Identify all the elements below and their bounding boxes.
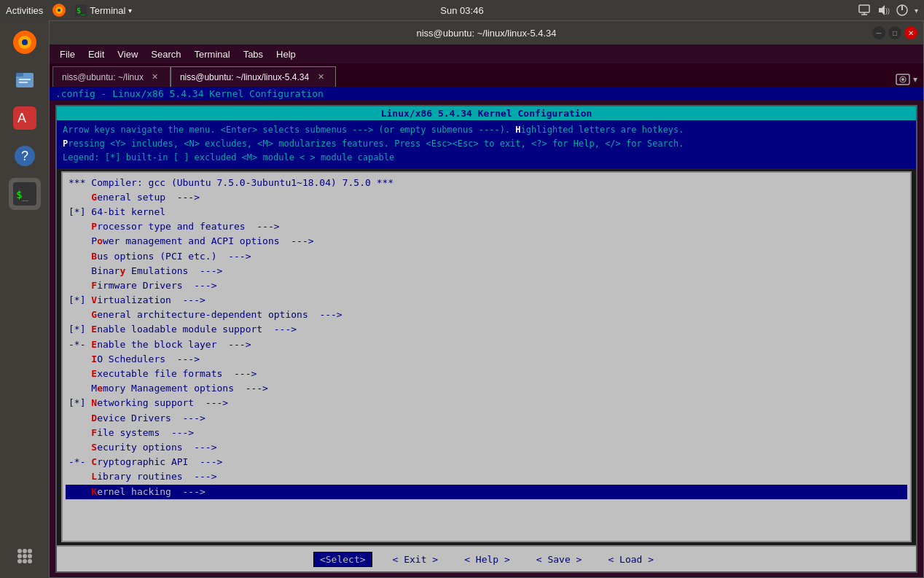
menu-item-11[interactable]: IO Schedulers ---> xyxy=(66,352,907,367)
activities-button[interactable]: Activities xyxy=(6,5,43,16)
svg-point-27 xyxy=(28,549,32,553)
menu-edit[interactable]: Edit xyxy=(82,47,110,61)
kernel-config-titleline: .config - Linux/x86 5.4.34 Kernel Config… xyxy=(50,87,923,101)
kernel-config-footer: <Select> < Exit > < Help > < Save > < Lo… xyxy=(57,545,916,571)
menu-item-3[interactable]: Power management and ACPI options ---> xyxy=(66,234,907,249)
sidebar-firefox[interactable] xyxy=(9,26,41,58)
menu-item-14[interactable]: [*] Networking support ---> xyxy=(66,396,907,410)
svg-point-32 xyxy=(23,559,27,563)
tray-icons: )) ▾ xyxy=(858,4,918,17)
menu-item-18[interactable]: -*- Cryptographic API ---> xyxy=(66,455,907,469)
exit-button[interactable]: < Exit > xyxy=(387,552,445,566)
maximize-button[interactable]: □ xyxy=(888,26,901,39)
sidebar-terminal[interactable]: $_ xyxy=(9,178,41,210)
header-line-3: Legend: [*] built-in [ ] excluded <M> mo… xyxy=(63,151,910,165)
menu-item-1[interactable]: [*] 64-bit kernel xyxy=(66,205,907,219)
svg-text:)): )) xyxy=(885,7,890,15)
system-bar-left: Activities $_ Terminal ▾ xyxy=(6,3,132,17)
menu-item-12[interactable]: Executable file formats ---> xyxy=(66,367,907,381)
tab-0[interactable]: niss@ubuntu: ~/linux ✕ xyxy=(52,66,171,87)
menu-item-2[interactable]: Processor type and features ---> xyxy=(66,219,907,234)
select-button[interactable]: <Select> xyxy=(313,552,372,567)
menu-item-13[interactable]: Memory Management options ---> xyxy=(66,381,907,396)
close-button[interactable]: ✕ xyxy=(904,26,917,39)
kernel-config-panel[interactable]: Linux/x86 5.4.34 Kernel Configuration Ar… xyxy=(55,105,917,573)
load-button[interactable]: < Load > xyxy=(602,552,659,566)
svg-text:A: A xyxy=(17,111,26,125)
window-controls: ─ □ ✕ xyxy=(872,26,917,39)
terminal-dropdown-icon[interactable]: ▾ xyxy=(128,7,132,15)
network-icon[interactable] xyxy=(858,4,871,17)
sidebar-appstore[interactable]: A xyxy=(9,102,41,134)
kernel-config-header: Arrow keys navigate the menu. <Enter> se… xyxy=(57,120,916,168)
menu-terminal[interactable]: Terminal xyxy=(189,47,236,61)
terminal-window: niss@ubuntu: ~/linux/linux-5.4.34 ─ □ ✕ … xyxy=(49,20,924,578)
svg-point-25 xyxy=(17,549,22,553)
system-bar-clock: Sun 03:46 xyxy=(440,5,483,16)
menu-bar: File Edit View Search Terminal Tabs Help xyxy=(50,44,923,63)
terminal-title-bar: niss@ubuntu: ~/linux/linux-5.4.34 ─ □ ✕ xyxy=(50,21,923,44)
tab-dropdown[interactable]: ▾ xyxy=(913,74,917,85)
menu-item-15[interactable]: Device Drivers ---> xyxy=(66,411,907,426)
header-line-2: Pressing <Y> includes, <N> excludes, <M>… xyxy=(63,137,910,151)
menu-item-19[interactable]: Library routines ---> xyxy=(66,469,907,484)
terminal-icon: $_ xyxy=(75,4,87,16)
svg-point-33 xyxy=(28,559,32,563)
menu-item-5[interactable]: Binary Emulations ---> xyxy=(66,264,907,278)
screenshot-icon[interactable] xyxy=(896,72,910,87)
svg-point-36 xyxy=(901,78,904,81)
firefox-icon[interactable] xyxy=(52,3,66,17)
menu-item-9[interactable]: [*] Enable loadable module support ---> xyxy=(66,322,907,337)
svg-rect-17 xyxy=(19,79,31,80)
power-icon[interactable] xyxy=(896,4,909,17)
menu-item-20[interactable]: Kernel hacking ---> xyxy=(66,485,907,499)
system-bar-right: )) ▾ xyxy=(858,4,918,17)
menu-view[interactable]: View xyxy=(111,47,144,61)
sidebar-help[interactable]: ? xyxy=(9,140,41,172)
menu-item-10[interactable]: -*- Enable the block layer ---> xyxy=(66,337,907,352)
kernel-config-menu[interactable]: *** Compiler: gcc (Ubuntu 7.5.0-3ubuntu1… xyxy=(61,171,912,542)
sidebar-files[interactable] xyxy=(9,64,41,96)
svg-text:$_: $_ xyxy=(77,7,86,15)
help-button[interactable]: < Help > xyxy=(458,552,516,566)
menu-item-0[interactable]: General setup ---> xyxy=(66,190,907,205)
svg-marker-8 xyxy=(879,5,885,15)
menu-item-4[interactable]: Bus options (PCI etc.) ---> xyxy=(66,249,907,264)
menu-file[interactable]: File xyxy=(54,47,81,61)
svg-point-2 xyxy=(58,9,60,12)
volume-icon[interactable]: )) xyxy=(877,4,890,17)
tab-0-label: niss@ubuntu: ~/linux xyxy=(62,72,144,82)
menu-item-16[interactable]: File systems ---> xyxy=(66,426,907,440)
svg-point-28 xyxy=(17,554,22,558)
sidebar: A ? $_ xyxy=(0,20,49,578)
system-menu-dropdown[interactable]: ▾ xyxy=(915,7,918,15)
menu-item-8[interactable]: General architecture-dependent options -… xyxy=(66,308,907,322)
svg-point-29 xyxy=(23,554,27,558)
title-bar-text: .config - Linux/x86 5.4.34 Kernel Config… xyxy=(55,88,324,99)
save-button[interactable]: < Save > xyxy=(530,552,588,566)
svg-rect-18 xyxy=(19,82,28,83)
compiler-line: *** Compiler: gcc (Ubuntu 7.5.0-3ubuntu1… xyxy=(66,176,907,190)
tab-1-close[interactable]: ✕ xyxy=(315,71,326,83)
svg-rect-5 xyxy=(859,5,869,12)
menu-item-17[interactable]: Security options ---> xyxy=(66,440,907,455)
terminal-app-indicator[interactable]: $_ Terminal ▾ xyxy=(75,4,132,16)
menu-item-6[interactable]: Firmware Drivers ---> xyxy=(66,278,907,293)
system-bar: Activities $_ Terminal ▾ Sun 03:46 xyxy=(0,0,924,20)
tab-1[interactable]: niss@ubuntu: ~/linux/linux-5.4.34 ✕ xyxy=(171,66,336,87)
menu-search[interactable]: Search xyxy=(145,47,187,61)
menu-tabs[interactable]: Tabs xyxy=(238,47,269,61)
menu-help[interactable]: Help xyxy=(270,47,302,61)
header-line-1: Arrow keys navigate the menu. <Enter> se… xyxy=(63,123,910,137)
minimize-button[interactable]: ─ xyxy=(872,26,885,39)
svg-point-26 xyxy=(23,549,27,553)
tab-0-close[interactable]: ✕ xyxy=(149,71,161,83)
sidebar-apps-grid[interactable] xyxy=(9,540,41,572)
svg-rect-16 xyxy=(16,73,23,77)
svg-point-31 xyxy=(17,559,22,563)
tabs-bar: niss@ubuntu: ~/linux ✕ niss@ubuntu: ~/li… xyxy=(50,63,923,87)
terminal-label: Terminal xyxy=(90,5,125,16)
menu-item-7[interactable]: [*] Virtualization ---> xyxy=(66,293,907,308)
svg-point-14 xyxy=(22,39,28,45)
tab-1-label: niss@ubuntu: ~/linux/linux-5.4.34 xyxy=(180,72,309,82)
